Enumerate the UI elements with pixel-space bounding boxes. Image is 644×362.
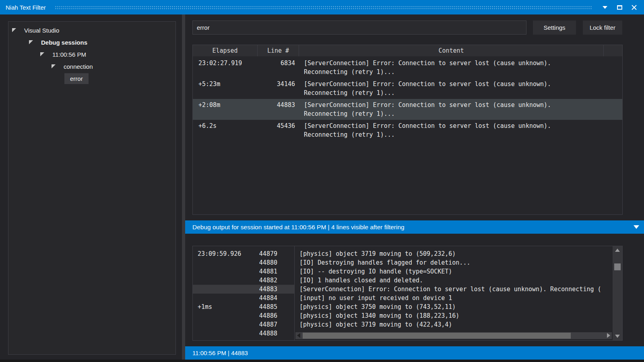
output-content: [IO] Destroying handles flagged for dele…: [294, 258, 613, 267]
tree-expander-icon[interactable]: [52, 64, 56, 68]
tree-item-connection[interactable]: connection: [8, 60, 175, 72]
session-output-header[interactable]: Debug output for session started at 11:0…: [185, 220, 644, 234]
output-timestamp: [193, 276, 254, 285]
results-table-body: 23:02:27.9196834[ServerConnection] Error…: [193, 56, 622, 141]
horizontal-scrollbar-thumb[interactable]: [303, 333, 571, 339]
result-line-number: 6834: [258, 59, 299, 76]
output-row-line-44880[interactable]: 44880[IO] Destroying handles flagged for…: [193, 258, 613, 267]
output-timestamp: +1ms: [193, 302, 254, 311]
output-gutter: 23:09:59.92644879: [193, 249, 294, 258]
vertical-scrollbar-thumb[interactable]: [614, 263, 621, 270]
output-line-number: 44886: [254, 311, 277, 320]
output-content: [physics] object 3719 moving to (422,43,…: [294, 320, 613, 329]
result-elapsed: +2:08m: [193, 101, 258, 118]
output-content: [IO] 1 handles closed and deleted.: [294, 276, 613, 285]
output-line-number: 44887: [254, 320, 277, 329]
result-line-number: 44883: [258, 101, 299, 118]
output-row-line-44887[interactable]: 44887[physics] object 3719 moving to (42…: [193, 320, 613, 329]
output-gutter: 44883: [193, 285, 294, 294]
lock-filter-button[interactable]: Lock filter: [583, 21, 622, 35]
result-content: [ServerConnection] Error: Connection to …: [299, 121, 623, 139]
tree-expander-icon[interactable]: [12, 28, 16, 32]
output-gutter: 44882: [193, 276, 294, 285]
scroll-up-icon[interactable]: [615, 249, 620, 252]
tree-item-label: connection: [64, 63, 93, 70]
result-elapsed: +6.2s: [193, 121, 258, 139]
vertical-scrollbar[interactable]: [613, 246, 622, 340]
output-gutter: 44881: [193, 267, 294, 276]
result-row-line-34146[interactable]: +5:23m34146[ServerConnection] Error: Con…: [193, 78, 622, 99]
maximize-button[interactable]: [614, 2, 625, 12]
output-line-number: 44885: [254, 302, 277, 311]
tree-item-error[interactable]: error: [8, 72, 175, 84]
result-elapsed: +5:23m: [193, 80, 258, 97]
output-timestamp: [193, 320, 254, 329]
debug-output-panel: 23:09:59.92644879[physics] object 3719 m…: [192, 246, 623, 341]
collapse-section-icon[interactable]: [634, 225, 639, 229]
window-bottom-edge: [0, 360, 644, 362]
column-header-line[interactable]: Line #: [258, 45, 299, 56]
output-line-number: 44882: [254, 276, 277, 285]
horizontal-scrollbar[interactable]: [295, 332, 612, 339]
output-row-line-44886[interactable]: 44886[physics] object 1340 moving to (18…: [193, 311, 613, 320]
result-content: [ServerConnection] Error: Connection to …: [299, 101, 623, 118]
sessions-tree: Visual StudioDebug sessions11:00:56 PMco…: [8, 24, 175, 84]
tree-item-debug-sessions[interactable]: Debug sessions: [8, 36, 175, 48]
output-content: [physics] object 3719 moving to (509,232…: [294, 249, 613, 258]
output-gutter: 44880: [193, 258, 294, 267]
settings-button[interactable]: Settings: [533, 21, 576, 35]
output-line-number: 44884: [254, 294, 277, 302]
status-bar: 11:00:56 PM | 44883: [185, 346, 644, 360]
output-timestamp: 23:09:59.926: [193, 249, 254, 258]
tree-expander-icon[interactable]: [29, 40, 33, 44]
filtered-results-table: Elapsed Line # Content 23:02:27.9196834[…: [192, 45, 623, 215]
scroll-down-icon[interactable]: [615, 335, 620, 338]
result-elapsed: 23:02:27.919: [193, 59, 258, 76]
window-position-menu-button[interactable]: [600, 2, 610, 12]
output-timestamp: [193, 285, 254, 294]
scroll-left-icon[interactable]: [297, 333, 300, 338]
output-gutter: 44884: [193, 294, 294, 302]
result-content: [ServerConnection] Error: Connection to …: [299, 80, 623, 97]
output-row-line-44883[interactable]: 44883[ServerConnection] Error: Connectio…: [193, 285, 613, 294]
result-row-line-45436[interactable]: +6.2s45436[ServerConnection] Error: Conn…: [193, 120, 622, 141]
output-content: [ServerConnection] Error: Connection to …: [294, 285, 613, 294]
output-line-number: 44880: [254, 258, 277, 267]
result-row-line-6834[interactable]: 23:02:27.9196834[ServerConnection] Error…: [193, 57, 622, 78]
close-button[interactable]: [629, 2, 639, 12]
output-gutter: 44888: [193, 329, 294, 338]
output-row-line-44882[interactable]: 44882[IO] 1 handles closed and deleted.: [193, 276, 613, 285]
result-line-number: 45436: [258, 121, 299, 139]
debug-output-rows: 23:09:59.92644879[physics] object 3719 m…: [193, 249, 613, 338]
output-row-line-44885[interactable]: +1ms44885[physics] object 3750 moving to…: [193, 302, 613, 311]
output-row-line-44879[interactable]: 23:09:59.92644879[physics] object 3719 m…: [193, 249, 613, 258]
result-row-line-44883[interactable]: +2:08m44883[ServerConnection] Error: Con…: [193, 99, 622, 120]
output-line-number: 44888: [254, 329, 277, 338]
chevron-down-icon: [603, 6, 607, 9]
output-row-line-44881[interactable]: 44881[IO] -- destroying IO handle (type=…: [193, 267, 613, 276]
tree-item-visual-studio[interactable]: Visual Studio: [8, 24, 175, 36]
tree-item-label: error: [64, 73, 89, 84]
output-gutter: 44886: [193, 311, 294, 320]
close-icon: [631, 4, 637, 10]
status-bar-text: 11:00:56 PM | 44883: [185, 350, 248, 356]
filter-input[interactable]: [192, 21, 526, 35]
maximize-icon: [617, 5, 622, 10]
output-timestamp: [193, 311, 254, 320]
output-timestamp: [193, 294, 254, 302]
column-header-content[interactable]: Content: [299, 45, 604, 56]
tree-item-label: Visual Studio: [24, 27, 59, 34]
column-header-elapsed[interactable]: Elapsed: [193, 45, 258, 56]
result-line-number: 34146: [258, 80, 299, 97]
tree-item-11-00-56-pm[interactable]: 11:00:56 PM: [8, 48, 175, 60]
tree-expander-icon[interactable]: [40, 52, 44, 56]
scroll-right-icon[interactable]: [607, 333, 610, 338]
output-timestamp: [193, 258, 254, 267]
output-line-number: 44881: [254, 267, 277, 276]
tree-item-label: Debug sessions: [41, 39, 87, 46]
tree-item-label: 11:00:56 PM: [52, 51, 86, 58]
results-table-header: Elapsed Line # Content: [193, 45, 622, 56]
title-bar[interactable]: Niah Text Filter: [0, 0, 644, 14]
output-row-line-44884[interactable]: 44884[input] no user input received on d…: [193, 294, 613, 302]
titlebar-drag-grip[interactable]: [55, 5, 592, 10]
